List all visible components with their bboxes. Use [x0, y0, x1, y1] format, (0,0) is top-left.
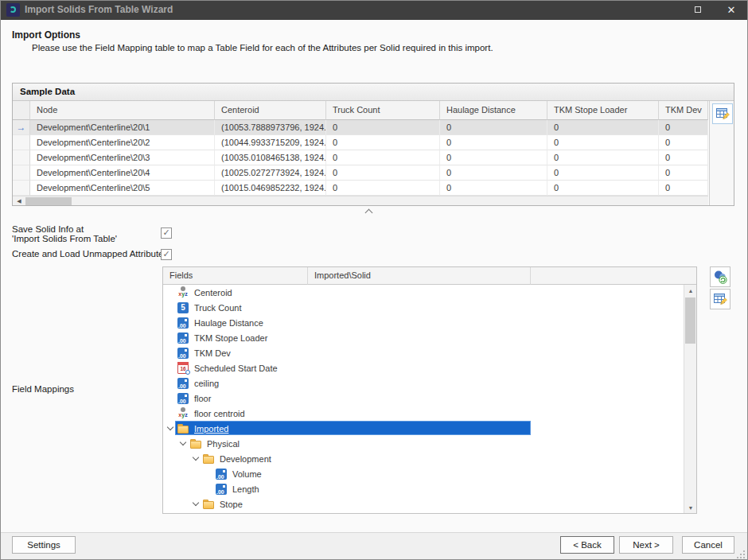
tree-item-ceiling[interactable]: .00ceiling — [163, 375, 684, 391]
maximize-button[interactable] — [682, 1, 714, 20]
table-cell[interactable]: 0 — [659, 150, 708, 165]
table-cell[interactable]: 0 — [326, 150, 440, 165]
tree-item-haulage-distance[interactable]: .00Haulage Distance — [163, 315, 684, 330]
resize-grip[interactable] — [737, 550, 745, 558]
table-cell[interactable]: Development\Centerline\20\3 — [30, 150, 215, 165]
tree-item-label: Imported — [194, 424, 228, 434]
table-row[interactable]: Development\Centerline\20\5(10015.046985… — [13, 181, 708, 196]
column-header[interactable]: Centeroid — [215, 101, 326, 120]
sample-data-group: Sample Data NodeCenteroidTruck CountHaul… — [12, 83, 734, 206]
table-row[interactable]: Development\Centerline\20\3(10035.010846… — [13, 150, 708, 165]
mapping-column-header[interactable]: Fields — [163, 267, 308, 285]
scrollbar-thumb[interactable] — [25, 197, 72, 205]
table-cell[interactable]: 0 — [440, 120, 547, 135]
table-cell[interactable]: Development\Centerline\20\2 — [30, 135, 215, 150]
row-indicator-cell — [13, 135, 30, 150]
table-cell[interactable]: 0 — [547, 181, 659, 196]
tree-item-tkm-stope-loader[interactable]: .00TKM Stope Loader — [163, 330, 684, 345]
column-header[interactable]: TKM Dev — [659, 101, 708, 120]
column-header[interactable]: Haulage Distance — [440, 101, 547, 120]
auto-map-button[interactable] — [710, 266, 730, 287]
table-cell[interactable]: 0 — [659, 120, 708, 135]
expander-spacer — [165, 332, 177, 344]
table-cell[interactable]: 0 — [440, 135, 547, 150]
create-unmapped-checkbox[interactable] — [161, 249, 172, 260]
tree-item-label: Development — [220, 454, 271, 464]
tree-item-volume[interactable]: .00Volume — [163, 511, 684, 514]
table-cell[interactable]: 0 — [440, 150, 547, 165]
mapping-column-header[interactable]: Imported\Solid — [308, 267, 531, 285]
decimal-field-icon: .00 — [216, 484, 227, 495]
tree-item-floor-centroid[interactable]: xyzfloor centroid — [163, 406, 684, 421]
table-cell[interactable]: 0 — [326, 165, 440, 181]
vertical-scrollbar[interactable]: ▲ ▼ — [684, 285, 696, 514]
chevron-down-icon[interactable] — [165, 422, 177, 434]
table-cell[interactable]: 0 — [440, 165, 547, 181]
save-solid-info-checkbox[interactable] — [161, 228, 172, 239]
table-cell[interactable]: 0 — [326, 181, 440, 196]
table-cell[interactable]: (10025.0272773924, 1924... — [215, 165, 326, 181]
tree-item-floor[interactable]: .00floor — [163, 391, 684, 406]
table-cell[interactable]: 0 — [326, 120, 440, 135]
sample-data-group-title: Sample Data — [13, 84, 734, 101]
table-row[interactable]: Development\Centerline\20\4(10025.027277… — [13, 165, 708, 181]
tree-item-scheduled-start-date[interactable]: 16Scheduled Start Date — [163, 360, 684, 375]
expander-spacer — [203, 513, 215, 514]
tree-item-imported[interactable]: Imported — [163, 421, 684, 436]
table-cell[interactable]: 0 — [440, 181, 547, 196]
field-mapping-tree: xyzCenteroid5Truck Count.00Haulage Dista… — [163, 285, 684, 514]
table-cell[interactable]: Development\Centerline\20\5 — [30, 181, 215, 196]
create-unmapped-label: Create and Load Unmapped Attributes — [12, 249, 168, 259]
table-cell[interactable]: 0 — [547, 150, 659, 165]
tree-item-length[interactable]: .00Length — [163, 481, 684, 496]
xyz-point-icon: xyz — [177, 407, 189, 420]
xyz-point-icon: xyz — [177, 286, 189, 299]
tree-item-volume[interactable]: .00Volume — [163, 466, 684, 481]
table-cell[interactable]: 0 — [547, 135, 659, 150]
tree-item-truck-count[interactable]: 5Truck Count — [163, 300, 684, 315]
table-cell[interactable]: 0 — [659, 165, 708, 181]
scroll-left-arrow-icon[interactable]: ◀ — [13, 196, 25, 206]
table-cell[interactable]: (10044.9933715209, 1924... — [215, 135, 326, 150]
table-cell[interactable]: 0 — [326, 135, 440, 150]
table-cell[interactable]: (10053.7888973796, 1924... — [215, 120, 326, 135]
tree-item-centeroid[interactable]: xyzCenteroid — [163, 285, 684, 300]
chevron-down-icon[interactable] — [177, 438, 189, 449]
expander-spacer — [203, 483, 215, 495]
tree-item-label: Volume — [232, 469, 262, 479]
tree-item-tkm-dev[interactable]: .00TKM Dev — [163, 345, 684, 360]
settings-button[interactable]: Settings — [12, 536, 76, 554]
tree-item-physical[interactable]: Physical — [163, 436, 684, 451]
next-button[interactable]: Next > — [619, 536, 673, 554]
table-row[interactable]: Development\Centerline\20\2(10044.993371… — [13, 135, 708, 150]
table-row[interactable]: →Development\Centerline\20\1(10053.78889… — [13, 120, 708, 135]
edit-mapping-table-button[interactable] — [710, 289, 730, 309]
horizontal-scrollbar[interactable]: ◀ — [13, 196, 708, 205]
edit-table-button[interactable] — [712, 103, 733, 124]
scrollbar-thumb[interactable] — [685, 298, 695, 344]
grid-body: →Development\Centerline\20\1(10053.78889… — [13, 120, 708, 196]
row-indicator-cell — [13, 181, 30, 196]
expander-spacer — [165, 362, 177, 374]
column-header[interactable]: Node — [30, 101, 215, 120]
table-cell[interactable]: 0 — [659, 181, 708, 196]
scroll-up-arrow-icon[interactable]: ▲ — [684, 285, 697, 297]
scroll-down-arrow-icon[interactable]: ▼ — [684, 502, 697, 514]
table-cell[interactable]: 0 — [547, 120, 659, 135]
tree-item-development[interactable]: Development — [163, 451, 684, 466]
table-cell[interactable]: (10035.0108465138, 1924... — [215, 150, 326, 165]
column-header[interactable]: Truck Count — [326, 101, 440, 120]
chevron-down-icon[interactable] — [190, 498, 202, 510]
table-cell[interactable]: 0 — [547, 165, 659, 181]
table-cell[interactable]: Development\Centerline\20\4 — [30, 165, 215, 181]
tree-item-stope[interactable]: Stope — [163, 496, 684, 511]
column-header[interactable]: TKM Stope Loader — [547, 101, 659, 120]
back-button[interactable]: < Back — [560, 536, 614, 554]
table-cell[interactable]: (10015.0469852232, 1924... — [215, 181, 326, 196]
close-button[interactable]: ✕ — [714, 1, 748, 20]
cancel-button[interactable]: Cancel — [682, 536, 734, 554]
table-cell[interactable]: Development\Centerline\20\1 — [30, 120, 215, 135]
table-cell[interactable]: 0 — [659, 135, 708, 150]
chevron-down-icon[interactable] — [190, 453, 202, 465]
collapse-panel-chevron-up-icon[interactable] — [365, 208, 373, 215]
